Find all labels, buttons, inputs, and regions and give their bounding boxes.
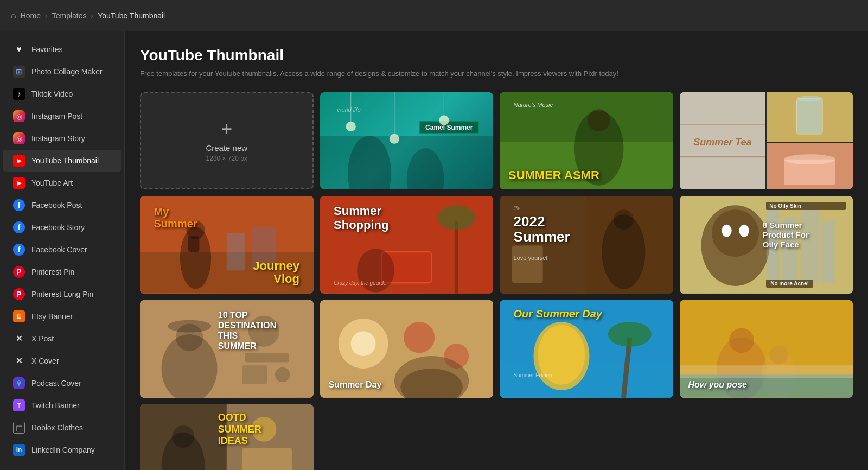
template-how-you-pose[interactable]: How you pose (680, 300, 853, 398)
template-top-destination[interactable]: 10 TOPDESTINATIONTHISSUMMER (140, 300, 314, 398)
svg-point-0 (348, 136, 391, 190)
sidebar-label-instagram-story: Instagram Story (31, 134, 85, 143)
sidebar-item-facebook-story[interactable]: f Facebook Story (3, 217, 121, 238)
twitch-banner-icon: T (13, 399, 25, 411)
x-cover-icon: ✕ (13, 355, 25, 367)
create-new-tile[interactable]: + Create new 1280 × 720 px (140, 92, 314, 190)
instagram-post-icon: ◎ (13, 110, 25, 122)
sidebar-item-instagram-post[interactable]: ◎ Instagram Post (3, 105, 121, 127)
breadcrumb-home[interactable]: Home (21, 11, 41, 20)
svg-point-57 (350, 331, 375, 356)
sidebar-item-twitch-banner[interactable]: T Twitch Banner (3, 395, 121, 416)
svg-rect-25 (188, 237, 200, 252)
home-icon: ⌂ (11, 11, 16, 21)
breadcrumb-sep1: › (45, 11, 48, 20)
svg-point-41 (722, 225, 731, 237)
template-summer-tea[interactable]: Summer Tea (680, 92, 853, 190)
breadcrumb-sep2: › (91, 11, 94, 20)
template-grid: + Create new 1280 × 720 px Camel Summer … (140, 92, 853, 471)
sidebar-item-pinterest-pin[interactable]: P Pinterest Pin (3, 261, 121, 283)
template-summer-shopping[interactable]: SummerShopping Crazy day, the guard... (320, 196, 494, 294)
etsy-banner-icon: E (13, 310, 25, 322)
svg-point-17 (797, 95, 822, 101)
youtube-thumbnail-icon: ▶ (13, 155, 25, 167)
sidebar-label-youtube-art: YouTube Art (31, 179, 73, 187)
sidebar-label-podcast-cover: Podcast Cover (31, 379, 81, 388)
sidebar-label-facebook-story: Facebook Story (31, 223, 85, 232)
page-title: YouTube Thumbnail (140, 47, 853, 64)
svg-point-11 (588, 109, 610, 131)
template-summer-day-food[interactable]: Summer Day (320, 300, 494, 398)
sidebar-item-youtube-art[interactable]: ▶ YouTube Art (3, 172, 121, 194)
sidebar-item-youtube-thumbnail[interactable]: ▶ YouTube Thumbnail (3, 150, 121, 172)
youtube-art-icon: ▶ (13, 177, 25, 189)
svg-rect-37 (512, 246, 542, 283)
breadcrumb: ⌂ Home › Templates › YouTube Thumbnail (11, 11, 165, 21)
sidebar-item-pinterest-long[interactable]: P Pinterest Long Pin (3, 283, 121, 305)
sidebar-label-pinterest-pin: Pinterest Pin (31, 268, 74, 276)
template-2022-summer[interactable]: life 2022Summer Love yourself. (500, 196, 673, 294)
template-camel-summer[interactable]: Camel Summer world life (320, 92, 494, 190)
svg-rect-26 (227, 233, 245, 271)
sidebar: ♥ Favorites ⊞ Photo Collage Maker ♪ Tikt… (0, 31, 125, 470)
svg-point-58 (404, 322, 435, 353)
svg-rect-81 (242, 448, 292, 470)
svg-point-40 (712, 209, 759, 257)
main-layout: ♥ Favorites ⊞ Photo Collage Maker ♪ Tikt… (0, 31, 868, 470)
sidebar-label-facebook-post: Facebook Post (31, 201, 82, 209)
svg-rect-54 (242, 365, 267, 384)
facebook-cover-icon: f (13, 244, 25, 256)
template-our-summer-day[interactable]: Our Summer Day Summer Edition (500, 300, 673, 398)
sidebar-label-favorites: Favorites (31, 45, 63, 54)
sidebar-item-podcast-cover[interactable]: 🎙 Podcast Cover (3, 372, 121, 394)
heart-icon: ♥ (13, 43, 25, 55)
svg-rect-74 (680, 365, 853, 378)
create-new-plus-icon: + (221, 119, 232, 139)
svg-point-67 (608, 322, 652, 347)
svg-rect-52 (245, 353, 289, 362)
sidebar-label-tiktok: Tiktok Video (31, 90, 73, 98)
sidebar-label-instagram-post: Instagram Post (31, 112, 82, 120)
sidebar-label-youtube-thumbnail: YouTube Thumbnail (31, 156, 99, 165)
sidebar-label-roblox-clothes: Roblox Clothes (31, 423, 83, 432)
sidebar-item-photo-collage[interactable]: ⊞ Photo Collage Maker (3, 61, 121, 82)
svg-point-42 (739, 225, 749, 237)
template-ootd-summer[interactable]: OOTDSUMMERIDEAS Fashion lifestyle (140, 404, 314, 470)
svg-point-5 (389, 134, 399, 143)
create-new-size: 1280 × 720 px (206, 155, 247, 162)
svg-point-50 (168, 320, 211, 333)
sidebar-item-x-post[interactable]: ✕ X Post (3, 328, 121, 350)
sidebar-item-facebook-cover[interactable]: f Facebook Cover (3, 239, 121, 261)
svg-point-20 (784, 154, 835, 164)
template-oily-face[interactable]: No Oily Skin 8 SummerProduct ForOily Fac… (680, 196, 853, 294)
svg-rect-16 (797, 98, 822, 134)
sidebar-item-roblox-clothes[interactable]: ◻ Roblox Clothes (3, 417, 121, 439)
sidebar-label-x-post: X Post (31, 334, 54, 343)
svg-point-72 (769, 346, 788, 364)
sidebar-item-x-cover[interactable]: ✕ X Cover (3, 350, 121, 372)
template-summer-journey[interactable]: MySummer JourneyVlog (140, 196, 314, 294)
facebook-story-icon: f (13, 221, 25, 233)
sidebar-item-tiktok[interactable]: ♪ Tiktok Video (3, 83, 121, 105)
svg-point-70 (729, 328, 754, 353)
linkedin-company-icon: in (13, 444, 25, 456)
roblox-clothes-icon: ◻ (13, 422, 25, 434)
breadcrumb-templates[interactable]: Templates (52, 11, 87, 20)
podcast-cover-icon: 🎙 (13, 377, 25, 389)
sidebar-label-etsy-banner: Etsy Banner (31, 312, 73, 321)
sidebar-item-etsy-banner[interactable]: E Etsy Banner (3, 306, 121, 327)
sidebar-item-instagram-story[interactable]: ◎ Instagram Story (3, 128, 121, 149)
svg-point-1 (406, 148, 444, 190)
svg-point-3 (346, 121, 355, 131)
instagram-story-icon: ◎ (13, 132, 25, 144)
template-summer-asmr[interactable]: Nature's Music SUMMER ASMR (500, 92, 673, 190)
sidebar-item-favorites[interactable]: ♥ Favorites (3, 39, 121, 60)
facebook-post-icon: f (13, 199, 25, 211)
create-new-label: Create new (206, 143, 247, 153)
sidebar-item-facebook-post[interactable]: f Facebook Post (3, 194, 121, 216)
sidebar-label-pinterest-long: Pinterest Long Pin (31, 290, 93, 298)
breadcrumb-current: YouTube Thumbnail (98, 11, 165, 20)
sidebar-item-linkedin-company[interactable]: in LinkedIn Company (3, 439, 121, 461)
sidebar-label-linkedin-company: LinkedIn Company (31, 446, 95, 454)
pinterest-pin-icon: P (13, 266, 25, 278)
